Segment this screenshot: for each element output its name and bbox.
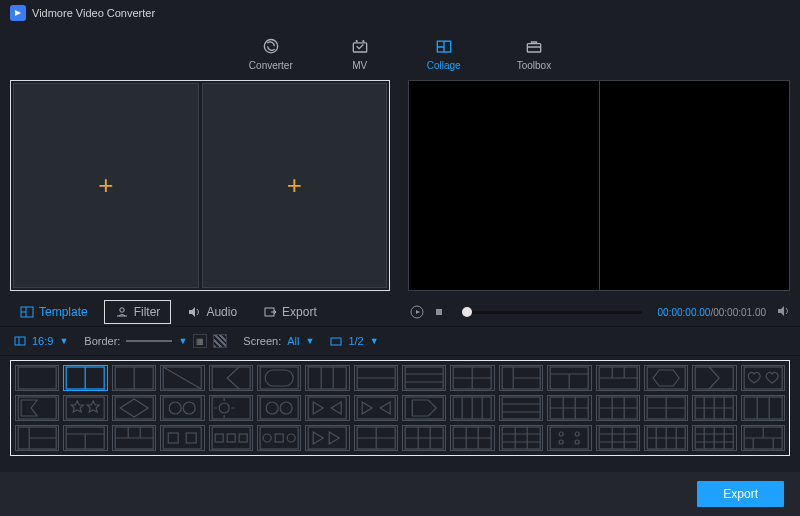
- template-option-43[interactable]: [499, 425, 543, 451]
- template-option-12[interactable]: [547, 365, 591, 391]
- nav-mv-label: MV: [352, 60, 367, 71]
- template-option-39[interactable]: [305, 425, 349, 451]
- tab-template[interactable]: Template: [10, 300, 98, 324]
- border-pattern-picker[interactable]: [213, 334, 227, 348]
- page-value: 1/2: [348, 335, 363, 347]
- time-display: 00:00:00.00/00:00:01.00: [658, 307, 766, 318]
- template-option-1[interactable]: [15, 365, 59, 391]
- template-option-14[interactable]: [644, 365, 688, 391]
- tab-export-label: Export: [282, 305, 317, 319]
- template-option-16[interactable]: [741, 365, 785, 391]
- template-option-6[interactable]: [257, 365, 301, 391]
- svg-rect-36: [744, 367, 782, 389]
- template-option-15[interactable]: [692, 365, 736, 391]
- template-option-40[interactable]: [354, 425, 398, 451]
- volume-icon[interactable]: [776, 304, 790, 321]
- template-option-28[interactable]: [547, 395, 591, 421]
- seek-knob[interactable]: [462, 307, 472, 317]
- svg-point-7: [355, 40, 357, 42]
- template-option-19[interactable]: [112, 395, 156, 421]
- drop-cell-2[interactable]: +: [202, 83, 388, 288]
- template-option-45[interactable]: [596, 425, 640, 451]
- template-option-31[interactable]: [692, 395, 736, 421]
- svg-rect-61: [502, 397, 540, 419]
- svg-rect-23: [212, 367, 250, 389]
- template-option-27[interactable]: [499, 395, 543, 421]
- template-option-10[interactable]: [450, 365, 494, 391]
- svg-rect-10: [527, 43, 540, 51]
- svg-rect-75: [227, 434, 235, 442]
- template-option-33[interactable]: [15, 425, 59, 451]
- app-logo-icon: [10, 5, 26, 21]
- plus-icon: +: [287, 170, 302, 201]
- template-option-32[interactable]: [741, 395, 785, 421]
- tab-export[interactable]: Export: [253, 300, 327, 324]
- template-option-25[interactable]: [402, 395, 446, 421]
- nav-toolbox[interactable]: Toolbox: [517, 36, 551, 71]
- seek-track[interactable]: [462, 311, 642, 314]
- template-option-30[interactable]: [644, 395, 688, 421]
- template-option-26[interactable]: [450, 395, 494, 421]
- page-select[interactable]: 1/2 ▼: [330, 335, 378, 347]
- template-option-23[interactable]: [305, 395, 349, 421]
- template-option-38[interactable]: [257, 425, 301, 451]
- template-option-47[interactable]: [692, 425, 736, 451]
- template-option-2[interactable]: [63, 365, 107, 391]
- screen-value: All: [287, 335, 299, 347]
- border-color-picker[interactable]: ▦: [193, 334, 207, 348]
- collage-drop-area: + +: [10, 80, 390, 291]
- svg-point-51: [280, 402, 292, 414]
- border-style-preview[interactable]: [126, 340, 172, 342]
- template-option-24[interactable]: [354, 395, 398, 421]
- template-option-11[interactable]: [499, 365, 543, 391]
- tab-filter[interactable]: Filter: [104, 300, 172, 324]
- template-option-21[interactable]: [209, 395, 253, 421]
- template-option-44[interactable]: [547, 425, 591, 451]
- chevron-down-icon[interactable]: ▼: [178, 336, 187, 346]
- svg-rect-16: [436, 309, 442, 315]
- screen-select[interactable]: Screen: All ▼: [243, 335, 314, 347]
- nav-collage[interactable]: Collage: [427, 36, 461, 71]
- template-option-35[interactable]: [112, 425, 156, 451]
- footer-bar: Export: [0, 472, 800, 516]
- svg-point-8: [362, 40, 364, 42]
- plus-icon: +: [98, 170, 113, 201]
- template-option-20[interactable]: [160, 395, 204, 421]
- template-option-3[interactable]: [112, 365, 156, 391]
- template-option-13[interactable]: [596, 365, 640, 391]
- player-controls: 00:00:00.00/00:00:01.00: [410, 304, 790, 321]
- svg-marker-56: [362, 402, 372, 414]
- play-button[interactable]: [410, 305, 424, 319]
- svg-rect-28: [405, 367, 443, 389]
- svg-point-80: [287, 434, 295, 442]
- template-option-29[interactable]: [596, 395, 640, 421]
- ratio-select[interactable]: 16:9 ▼: [14, 335, 68, 347]
- template-option-7[interactable]: [305, 365, 349, 391]
- nav-converter[interactable]: Converter: [249, 36, 293, 71]
- svg-rect-66: [744, 397, 782, 419]
- svg-point-46: [183, 402, 195, 414]
- template-option-18[interactable]: [63, 395, 107, 421]
- stop-button[interactable]: [432, 305, 446, 319]
- template-option-48[interactable]: [741, 425, 785, 451]
- template-option-46[interactable]: [644, 425, 688, 451]
- export-button[interactable]: Export: [697, 481, 784, 507]
- template-option-4[interactable]: [160, 365, 204, 391]
- drop-cell-1[interactable]: +: [13, 83, 199, 288]
- screen-label: Screen:: [243, 335, 281, 347]
- template-option-5[interactable]: [209, 365, 253, 391]
- template-option-8[interactable]: [354, 365, 398, 391]
- svg-rect-88: [550, 427, 588, 449]
- template-option-41[interactable]: [402, 425, 446, 451]
- nav-mv[interactable]: MV: [349, 36, 371, 71]
- template-option-22[interactable]: [257, 395, 301, 421]
- tab-audio[interactable]: Audio: [177, 300, 247, 324]
- template-option-9[interactable]: [402, 365, 446, 391]
- svg-rect-17: [15, 337, 25, 345]
- template-option-42[interactable]: [450, 425, 494, 451]
- template-option-17[interactable]: [15, 395, 59, 421]
- template-option-37[interactable]: [209, 425, 253, 451]
- template-option-36[interactable]: [160, 425, 204, 451]
- svg-rect-55: [357, 397, 395, 419]
- template-option-34[interactable]: [63, 425, 107, 451]
